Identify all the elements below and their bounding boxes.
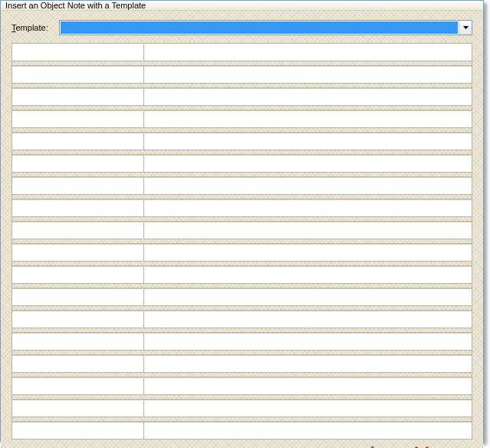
- cell-key[interactable]: [12, 400, 144, 417]
- cell-value[interactable]: [144, 289, 472, 305]
- cell-value[interactable]: [144, 133, 472, 150]
- row-gap: [12, 305, 472, 311]
- cell-key[interactable]: [12, 222, 144, 239]
- row-gap: [12, 194, 472, 199]
- footer: Abbey Road OK Cancel: [12, 440, 472, 448]
- row-gap: [12, 105, 472, 110]
- cell-key[interactable]: [12, 311, 144, 328]
- template-label: Template:: [12, 23, 48, 32]
- row-gap: [12, 350, 472, 355]
- cell-value[interactable]: [144, 111, 472, 127]
- table-row[interactable]: [12, 266, 472, 283]
- cell-key[interactable]: [12, 133, 144, 150]
- cell-value[interactable]: [144, 200, 472, 216]
- cell-key[interactable]: [12, 200, 144, 216]
- cell-value[interactable]: [144, 423, 472, 439]
- cancel-button[interactable]: Cancel: [411, 444, 463, 448]
- cell-value[interactable]: [144, 178, 472, 194]
- table-row[interactable]: [12, 377, 472, 394]
- cell-value[interactable]: [144, 222, 472, 239]
- cell-value[interactable]: [144, 44, 472, 61]
- table-row[interactable]: [12, 199, 472, 216]
- row-gap: [12, 61, 472, 66]
- row-gap: [12, 216, 472, 222]
- cell-value[interactable]: [144, 311, 472, 328]
- row-gap: [12, 417, 472, 422]
- cell-value[interactable]: [144, 400, 472, 417]
- cell-key[interactable]: [12, 334, 144, 350]
- cell-key[interactable]: [12, 178, 144, 194]
- template-combo-selection: [61, 21, 458, 34]
- table-row[interactable]: [12, 244, 472, 261]
- cell-value[interactable]: [144, 67, 472, 83]
- cell-value[interactable]: [144, 356, 472, 372]
- table-row[interactable]: [12, 155, 472, 172]
- row-gap: [12, 127, 472, 133]
- row-gap: [12, 261, 472, 266]
- table-row[interactable]: [12, 311, 472, 328]
- titlebar: Insert an Object Note with a Template: [1, 1, 483, 11]
- template-row: Template:: [12, 20, 472, 35]
- cell-value[interactable]: [144, 334, 472, 350]
- row-gap: [12, 239, 472, 244]
- table-row[interactable]: [12, 88, 472, 105]
- row-gap: [12, 172, 472, 177]
- dialog-body: Template: Abbey Road OK: [1, 11, 483, 448]
- cell-key[interactable]: [12, 156, 144, 172]
- row-gap: [12, 83, 472, 88]
- cell-key[interactable]: [12, 44, 144, 61]
- cell-value[interactable]: [144, 245, 472, 261]
- table-row[interactable]: [12, 222, 472, 239]
- ok-button[interactable]: OK: [354, 444, 394, 448]
- template-label-rest: emplate:: [16, 23, 48, 32]
- table-row[interactable]: [12, 288, 472, 305]
- title-text: Insert an Object Note with a Template: [5, 1, 146, 10]
- table-row[interactable]: [12, 355, 472, 372]
- dialog-window: Insert an Object Note with a Template Te…: [0, 0, 484, 442]
- table-row[interactable]: [12, 333, 472, 350]
- table-row[interactable]: [12, 177, 472, 194]
- cell-value[interactable]: [144, 89, 472, 105]
- cell-value[interactable]: [144, 267, 472, 283]
- cell-value[interactable]: [144, 156, 472, 172]
- table-row[interactable]: [12, 66, 472, 83]
- table-row[interactable]: [12, 422, 472, 439]
- table-row[interactable]: [12, 110, 472, 127]
- template-combo-button[interactable]: [459, 21, 472, 35]
- cell-key[interactable]: [12, 267, 144, 283]
- row-gap: [12, 283, 472, 288]
- table-row[interactable]: [12, 400, 472, 417]
- cell-key[interactable]: [12, 356, 144, 372]
- properties-grid[interactable]: [12, 43, 472, 440]
- chevron-down-icon: [463, 26, 469, 29]
- table-row[interactable]: [12, 44, 472, 61]
- cell-key[interactable]: [12, 245, 144, 261]
- cell-key[interactable]: [12, 423, 144, 439]
- cell-key[interactable]: [12, 67, 144, 83]
- row-gap: [12, 150, 472, 155]
- row-gap: [12, 328, 472, 333]
- cell-key[interactable]: [12, 378, 144, 394]
- table-row[interactable]: [12, 133, 472, 150]
- template-combo[interactable]: [59, 20, 472, 35]
- cell-key[interactable]: [12, 289, 144, 305]
- cell-key[interactable]: [12, 89, 144, 105]
- row-gap: [12, 372, 472, 377]
- row-gap: [12, 394, 472, 400]
- cell-value[interactable]: [144, 378, 472, 394]
- cell-key[interactable]: [12, 111, 144, 127]
